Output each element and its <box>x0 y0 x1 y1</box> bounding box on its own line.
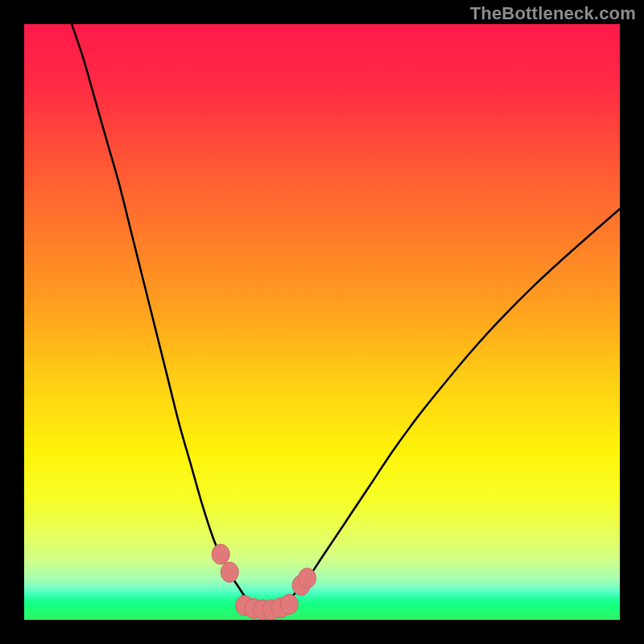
svg-point-7 <box>280 594 298 614</box>
gradient-background <box>24 24 620 620</box>
watermark-text: TheBottleneck.com <box>470 3 636 24</box>
svg-point-1 <box>221 562 238 582</box>
marker-9 <box>299 568 316 588</box>
chart-frame: TheBottleneck.com <box>0 0 644 644</box>
svg-point-9 <box>299 568 316 588</box>
chart-svg <box>24 24 620 620</box>
marker-1 <box>221 562 238 582</box>
svg-point-0 <box>212 544 229 564</box>
marker-7 <box>280 594 298 614</box>
plot-area <box>24 24 620 620</box>
marker-0 <box>212 544 229 564</box>
